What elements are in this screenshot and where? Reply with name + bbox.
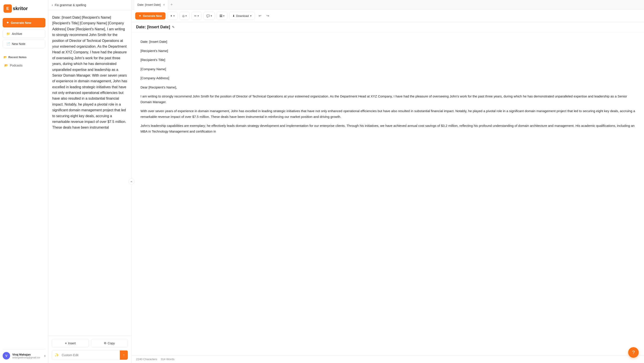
recent-notes-section: 📂 Recent Notes bbox=[3, 54, 46, 62]
doc-para2: With over seven years of experience in d… bbox=[140, 108, 635, 120]
middle-header: ‹ Fix grammar & spelling bbox=[48, 0, 132, 10]
chat-button[interactable]: 💬 ▾ bbox=[204, 12, 215, 20]
middle-header-title: Fix grammar & spelling bbox=[55, 3, 86, 7]
copy-icon: ⧉ bbox=[104, 341, 106, 345]
wand-button[interactable]: ✦ ▾ bbox=[168, 12, 177, 20]
word-count: 314 Words bbox=[161, 358, 174, 361]
right-toolbar: ✦ Generate New ✦ ▾ ◎ ▾ ✏ ▾ 💬 ▾ bbox=[132, 10, 644, 22]
sidebar-item-podcasts[interactable]: 📂 Podcasts bbox=[3, 62, 46, 69]
edit-title-icon[interactable]: ✎ bbox=[172, 25, 175, 29]
user-info: Viraj Mahajan writingwithviraj@gmail.cor bbox=[12, 353, 42, 359]
archive-button[interactable]: 📁 Archive bbox=[3, 30, 46, 38]
fab-support-button[interactable]: ? bbox=[628, 347, 639, 358]
image-chevron-icon: ▾ bbox=[223, 14, 224, 17]
user-name: Viraj Mahajan bbox=[12, 353, 42, 356]
generate-new-toolbar-button[interactable]: ✦ Generate New bbox=[135, 12, 166, 20]
eye-button[interactable]: ◎ ▾ bbox=[180, 12, 190, 20]
download-icon: ⬇ bbox=[232, 14, 235, 18]
avatar: V bbox=[3, 352, 10, 360]
eye-icon: ◎ bbox=[182, 14, 184, 18]
middle-panel: ‹ Fix grammar & spelling Date: [Insert D… bbox=[48, 0, 132, 363]
custom-edit-input[interactable] bbox=[62, 351, 120, 360]
chevron-right-icon: › bbox=[44, 354, 46, 358]
podcasts-icon: 📂 bbox=[4, 64, 8, 67]
generate-new-button[interactable]: ✦ Generate New bbox=[3, 18, 46, 28]
download-chevron-icon: ▾ bbox=[250, 14, 252, 17]
right-footer: 2240 Characters 314 Words bbox=[132, 355, 644, 363]
insert-button[interactable]: ≡ Insert bbox=[52, 339, 89, 348]
pen-toolbar-group: ✏ ▾ bbox=[192, 12, 202, 20]
doc-line1: Date: [Insert Date] bbox=[140, 39, 635, 44]
doc-para1: I am writing to strongly recommend John … bbox=[140, 94, 635, 105]
fab-icon: ? bbox=[632, 350, 635, 355]
image-toolbar-group: 🖼 ▾ bbox=[217, 12, 228, 20]
undo-redo-group: ↩ ↪ bbox=[256, 12, 272, 19]
tab-bar: Date: [Insert Date] ✕ + bbox=[132, 0, 644, 10]
custom-edit-send-button[interactable]: ↑ bbox=[120, 350, 128, 360]
user-email: writingwithviraj@gmail.cor bbox=[12, 356, 42, 359]
chat-toolbar-group: 💬 ▾ bbox=[204, 12, 215, 20]
chat-chevron-icon: ▾ bbox=[211, 14, 212, 17]
download-button[interactable]: ⬇ Download ▾ bbox=[229, 12, 255, 20]
star-icon-toolbar: ✦ bbox=[139, 14, 141, 18]
doc-line3: [Recipient's Title] bbox=[140, 57, 635, 63]
eye-toolbar-group: ◎ ▾ bbox=[179, 12, 190, 20]
doc-para3: John's leadership capabilities are exemp… bbox=[140, 123, 635, 134]
send-icon: ↑ bbox=[123, 353, 125, 357]
pen-chevron-icon: ▾ bbox=[198, 14, 199, 17]
eye-chevron-icon: ▾ bbox=[186, 14, 187, 17]
pen-icon: ✏ bbox=[194, 14, 197, 18]
recent-notes-label: 📂 Recent Notes bbox=[3, 54, 46, 60]
pen-button[interactable]: ✏ ▾ bbox=[192, 12, 202, 20]
star-icon: ✦ bbox=[6, 21, 9, 25]
folder-icon: 📂 bbox=[4, 56, 7, 59]
undo-button[interactable]: ↩ bbox=[256, 12, 264, 19]
user-profile[interactable]: V Viraj Mahajan writingwithviraj@gmail.c… bbox=[3, 349, 46, 360]
back-arrow-icon[interactable]: ‹ bbox=[52, 3, 53, 7]
tab-add-button[interactable]: + bbox=[168, 2, 175, 7]
doc-title-bar: Date: [Insert Date] ✎ bbox=[132, 22, 644, 32]
logo-text: skritor bbox=[13, 6, 28, 12]
doc-content[interactable]: Date: [Insert Date] [Recipient's Name] [… bbox=[132, 32, 644, 355]
insert-icon: ≡ bbox=[65, 342, 67, 345]
copy-button[interactable]: ⧉ Copy bbox=[91, 339, 128, 348]
new-note-button[interactable]: 📄 New Note bbox=[3, 40, 46, 48]
redo-button[interactable]: ↪ bbox=[264, 12, 272, 19]
sidebar: E skritor ✦ Generate New 📁 Archive 📄 New… bbox=[0, 0, 48, 363]
doc-line2: [Recipient's Name] bbox=[140, 48, 635, 54]
wand-icon: ✦ bbox=[170, 14, 172, 18]
image-button[interactable]: 🖼 ▾ bbox=[217, 12, 227, 20]
doc-line5: [Company Address] bbox=[140, 75, 635, 81]
wand-toolbar-group: ✦ ▾ bbox=[167, 12, 178, 20]
custom-edit-row: ✨ ↑ bbox=[52, 350, 128, 360]
tab-label: Date: [Insert Date] bbox=[138, 3, 161, 6]
wand-chevron-icon: ▾ bbox=[174, 14, 175, 17]
image-icon: 🖼 bbox=[220, 14, 222, 18]
action-row: ≡ Insert ⧉ Copy bbox=[52, 339, 128, 348]
character-count: 2240 Characters bbox=[136, 358, 157, 361]
tab-close-icon[interactable]: ✕ bbox=[163, 3, 165, 6]
right-panel: Date: [Insert Date] ✕ + ✦ Generate New ✦… bbox=[132, 0, 644, 363]
chat-icon: 💬 bbox=[206, 14, 210, 18]
logo-icon: E bbox=[4, 4, 12, 13]
doc-line4: [Company Name] bbox=[140, 66, 635, 72]
middle-content: Date: [Insert Date] [Recipient's Name] [… bbox=[48, 10, 132, 336]
archive-icon: 📁 bbox=[6, 32, 10, 36]
logo-area: E skritor bbox=[3, 4, 46, 14]
magic-wand-icon: ✨ bbox=[52, 350, 62, 360]
tab-insert-date[interactable]: Date: [Insert Date] ✕ bbox=[134, 0, 168, 10]
middle-text: Date: [Insert Date] [Recipient's Name] [… bbox=[52, 15, 128, 130]
middle-footer: ≡ Insert ⧉ Copy ✨ ↑ bbox=[48, 336, 132, 363]
doc-title: Date: [Insert Date] bbox=[136, 25, 170, 30]
collapse-panel-button[interactable]: « bbox=[128, 178, 134, 184]
doc-line6: Dear [Recipient's Name], bbox=[140, 84, 635, 90]
new-note-icon: 📄 bbox=[6, 42, 10, 46]
